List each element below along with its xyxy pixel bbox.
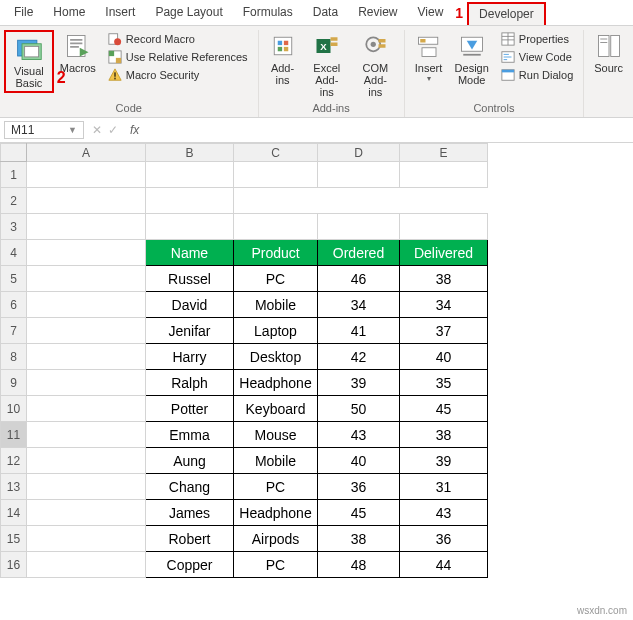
tab-home[interactable]: Home — [43, 2, 95, 25]
cell-C6[interactable]: Mobile — [234, 292, 318, 318]
cell-A16[interactable] — [27, 552, 146, 578]
fx-icon[interactable]: fx — [126, 123, 143, 137]
cell-E5[interactable]: 38 — [400, 266, 488, 292]
com-addins-button[interactable]: COM Add-ins — [351, 30, 400, 100]
cell-A10[interactable] — [27, 396, 146, 422]
cell-B12[interactable]: Aung — [146, 448, 234, 474]
cell-B11[interactable]: Emma — [146, 422, 234, 448]
cell-B3[interactable] — [146, 214, 234, 240]
cell-C4[interactable]: Product — [234, 240, 318, 266]
cell-A9[interactable] — [27, 370, 146, 396]
cell-A2[interactable] — [27, 188, 146, 214]
tab-formulas[interactable]: Formulas — [233, 2, 303, 25]
cell-C9[interactable]: Headphone — [234, 370, 318, 396]
cell-E6[interactable]: 34 — [400, 292, 488, 318]
row-header-11[interactable]: 11 — [1, 422, 27, 448]
cell-D11[interactable]: 43 — [318, 422, 400, 448]
col-header-B[interactable]: B — [146, 144, 234, 162]
row-header-9[interactable]: 9 — [1, 370, 27, 396]
row-header-8[interactable]: 8 — [1, 344, 27, 370]
cell-A6[interactable] — [27, 292, 146, 318]
tab-review[interactable]: Review — [348, 2, 407, 25]
cell-A5[interactable] — [27, 266, 146, 292]
cell-D4[interactable]: Ordered — [318, 240, 400, 266]
cell-D16[interactable]: 48 — [318, 552, 400, 578]
cell-B9[interactable]: Ralph — [146, 370, 234, 396]
cell-A8[interactable] — [27, 344, 146, 370]
cell-C1[interactable] — [234, 162, 318, 188]
tab-insert[interactable]: Insert — [95, 2, 145, 25]
chevron-down-icon[interactable]: ▼ — [68, 125, 77, 135]
use-relative-refs-button[interactable]: Use Relative References — [105, 48, 251, 66]
cell-B1[interactable] — [146, 162, 234, 188]
name-box[interactable]: M11 ▼ — [4, 121, 84, 139]
cell-B13[interactable]: Chang — [146, 474, 234, 500]
cell-C16[interactable]: PC — [234, 552, 318, 578]
cell-D3[interactable] — [318, 214, 400, 240]
tab-data[interactable]: Data — [303, 2, 348, 25]
cell-D15[interactable]: 38 — [318, 526, 400, 552]
view-code-button[interactable]: View Code — [498, 48, 576, 66]
cell-D12[interactable]: 40 — [318, 448, 400, 474]
record-macro-button[interactable]: Record Macro — [105, 30, 251, 48]
cell-C11[interactable]: Mouse — [234, 422, 318, 448]
row-header-4[interactable]: 4 — [1, 240, 27, 266]
macro-security-button[interactable]: Macro Security — [105, 66, 251, 84]
cell-C10[interactable]: Keyboard — [234, 396, 318, 422]
cell-B10[interactable]: Potter — [146, 396, 234, 422]
cell-E10[interactable]: 45 — [400, 396, 488, 422]
cell-D13[interactable]: 36 — [318, 474, 400, 500]
cell-D10[interactable]: 50 — [318, 396, 400, 422]
cell-C5[interactable]: PC — [234, 266, 318, 292]
cell-D9[interactable]: 39 — [318, 370, 400, 396]
col-header-E[interactable]: E — [400, 144, 488, 162]
col-header-A[interactable]: A — [27, 144, 146, 162]
cell-E15[interactable]: 36 — [400, 526, 488, 552]
tab-view[interactable]: View — [408, 2, 454, 25]
cell-E13[interactable]: 31 — [400, 474, 488, 500]
cell-A14[interactable] — [27, 500, 146, 526]
row-header-2[interactable]: 2 — [1, 188, 27, 214]
cell-E3[interactable] — [400, 214, 488, 240]
cell-B16[interactable]: Copper — [146, 552, 234, 578]
cell-B8[interactable]: Harry — [146, 344, 234, 370]
select-all-cell[interactable] — [1, 144, 27, 162]
cell-C14[interactable]: Headphone — [234, 500, 318, 526]
cell-A4[interactable] — [27, 240, 146, 266]
row-header-12[interactable]: 12 — [1, 448, 27, 474]
col-header-D[interactable]: D — [318, 144, 400, 162]
properties-button[interactable]: Properties — [498, 30, 576, 48]
tab-developer[interactable]: Developer — [467, 2, 546, 25]
tab-page-layout[interactable]: Page Layout — [145, 2, 232, 25]
cell-C7[interactable]: Laptop — [234, 318, 318, 344]
cell-A7[interactable] — [27, 318, 146, 344]
cell-E9[interactable]: 35 — [400, 370, 488, 396]
cell-A1[interactable] — [27, 162, 146, 188]
cell-E14[interactable]: 43 — [400, 500, 488, 526]
insert-control-button[interactable]: Insert ▾ — [409, 30, 449, 85]
cell-D5[interactable]: 46 — [318, 266, 400, 292]
cell-B6[interactable]: David — [146, 292, 234, 318]
cell-B14[interactable]: James — [146, 500, 234, 526]
cell-D7[interactable]: 41 — [318, 318, 400, 344]
cell-E2[interactable] — [146, 188, 234, 214]
row-header-14[interactable]: 14 — [1, 500, 27, 526]
tab-file[interactable]: File — [4, 2, 43, 25]
row-header-10[interactable]: 10 — [1, 396, 27, 422]
addins-button[interactable]: Add- ins — [263, 30, 303, 88]
cell-A12[interactable] — [27, 448, 146, 474]
row-header-7[interactable]: 7 — [1, 318, 27, 344]
cell-E16[interactable]: 44 — [400, 552, 488, 578]
cell-B7[interactable]: Jenifar — [146, 318, 234, 344]
cell-A3[interactable] — [27, 214, 146, 240]
cell-E12[interactable]: 39 — [400, 448, 488, 474]
excel-addins-button[interactable]: X Excel Add-ins — [303, 30, 352, 100]
design-mode-button[interactable]: Design Mode — [449, 30, 495, 88]
cell-E4[interactable]: Delivered — [400, 240, 488, 266]
cell-D6[interactable]: 34 — [318, 292, 400, 318]
row-header-1[interactable]: 1 — [1, 162, 27, 188]
cell-C12[interactable]: Mobile — [234, 448, 318, 474]
cell-D14[interactable]: 45 — [318, 500, 400, 526]
cell-C3[interactable] — [234, 214, 318, 240]
cell-B5[interactable]: Russel — [146, 266, 234, 292]
